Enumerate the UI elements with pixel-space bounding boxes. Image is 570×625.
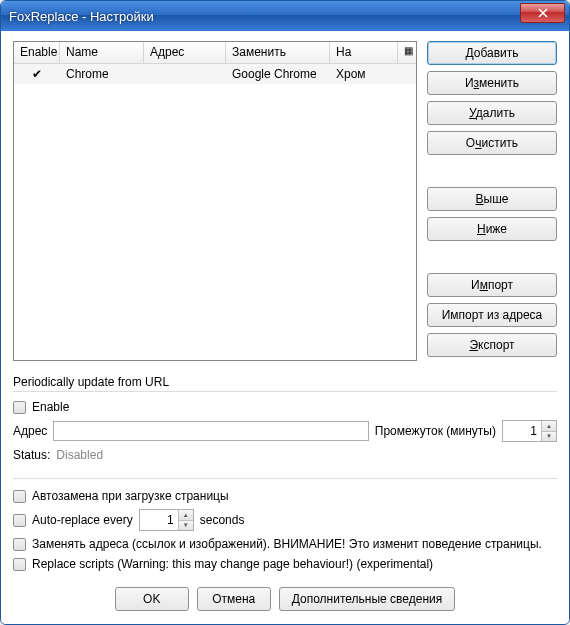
column-picker-icon[interactable]: ▦ <box>398 42 416 63</box>
periodic-interval-input[interactable] <box>503 421 541 441</box>
content-area: Enable Name Адрес Заменить На ▦ ✔ Chrome… <box>1 31 569 624</box>
table-body: ✔ Chrome Google Chrome Хром <box>14 64 416 360</box>
table-row[interactable]: ✔ Chrome Google Chrome Хром <box>14 64 416 84</box>
edit-button[interactable]: Изменить <box>427 71 557 95</box>
window-title: FoxReplace - Настройки <box>9 9 520 24</box>
cell-addr <box>144 72 226 76</box>
more-info-button[interactable]: Дополнительные сведения <box>279 587 455 611</box>
footer-buttons: OK Отмена Дополнительные сведения <box>13 587 557 611</box>
periodic-enable-checkbox[interactable] <box>13 401 26 414</box>
divider <box>13 391 557 392</box>
clear-button[interactable]: Очистить <box>427 131 557 155</box>
cell-with: Хром <box>330 65 398 83</box>
divider <box>13 478 557 479</box>
replace-scripts-checkbox[interactable] <box>13 558 26 571</box>
spinner-down-icon[interactable]: ▼ <box>179 521 193 531</box>
import-url-button[interactable]: Импорт из адреса <box>427 303 557 327</box>
auto-on-load-label: Автозамена при загрузке страницы <box>32 489 229 503</box>
th-replace[interactable]: Заменить <box>226 42 330 63</box>
th-name[interactable]: Name <box>60 42 144 63</box>
close-button[interactable] <box>520 3 565 23</box>
side-buttons: Добавить Изменить Удалить Очистить Выше … <box>427 41 557 361</box>
periodic-interval-label: Промежуток (минуты) <box>375 424 496 438</box>
cell-replace: Google Chrome <box>226 65 330 83</box>
delete-button[interactable]: Удалить <box>427 101 557 125</box>
import-button[interactable]: Импорт <box>427 273 557 297</box>
periodic-addr-input[interactable] <box>53 421 368 441</box>
cancel-button[interactable]: Отмена <box>197 587 271 611</box>
close-icon <box>538 8 548 18</box>
periodic-interval-spinner[interactable]: ▲ ▼ <box>502 420 557 442</box>
table-header: Enable Name Адрес Заменить На ▦ <box>14 42 416 64</box>
cell-enabled: ✔ <box>14 65 60 83</box>
add-button[interactable]: Добавить <box>427 41 557 65</box>
dialog-window: FoxReplace - Настройки Enable Name Адрес… <box>0 0 570 625</box>
up-button[interactable]: Выше <box>427 187 557 211</box>
u: Д <box>465 46 473 60</box>
periodic-enable-label: Enable <box>32 400 69 414</box>
auto-every-prefix: Auto-replace every <box>32 513 133 527</box>
auto-every-checkbox[interactable] <box>13 514 26 527</box>
periodic-addr-label: Адрес <box>13 424 47 438</box>
th-enable[interactable]: Enable <box>14 42 60 63</box>
periodic-status-label: Status: <box>13 448 50 462</box>
rest: обавить <box>474 46 519 60</box>
spinner-down-icon[interactable]: ▼ <box>542 432 556 442</box>
th-addr[interactable]: Адрес <box>144 42 226 63</box>
replace-scripts-label: Replace scripts (Warning: this may chang… <box>32 557 433 571</box>
auto-on-load-checkbox[interactable] <box>13 490 26 503</box>
periodic-status-value: Disabled <box>56 448 103 462</box>
titlebar: FoxReplace - Настройки <box>1 1 569 31</box>
ok-button[interactable]: OK <box>115 587 189 611</box>
cell-name: Chrome <box>60 65 144 83</box>
replace-urls-checkbox[interactable] <box>13 538 26 551</box>
th-with[interactable]: На <box>330 42 398 63</box>
rules-table: Enable Name Адрес Заменить На ▦ ✔ Chrome… <box>13 41 417 361</box>
spinner-up-icon[interactable]: ▲ <box>179 510 193 521</box>
auto-every-suffix: seconds <box>200 513 245 527</box>
auto-every-spinner[interactable]: ▲ ▼ <box>139 509 194 531</box>
auto-every-input[interactable] <box>140 510 178 530</box>
export-button[interactable]: Экспорт <box>427 333 557 357</box>
periodic-section-label: Periodically update from URL <box>13 375 557 389</box>
replace-urls-label: Заменять адреса (ссылок и изображений). … <box>32 537 542 551</box>
down-button[interactable]: Ниже <box>427 217 557 241</box>
spinner-up-icon[interactable]: ▲ <box>542 421 556 432</box>
